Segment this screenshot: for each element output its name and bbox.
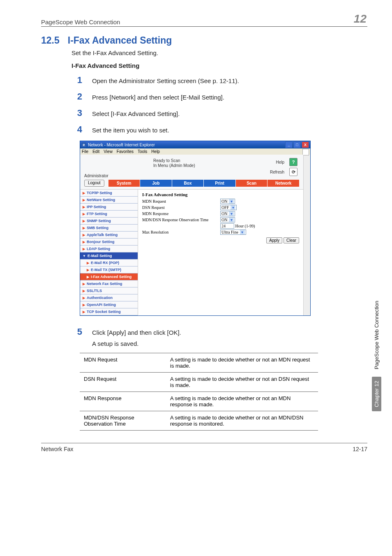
sidebar-item-label: SSL/TLS — [87, 289, 102, 293]
sidebar-item-label: Network Fax Setting — [87, 282, 122, 286]
menu-view[interactable]: View — [104, 149, 113, 154]
minimize-button[interactable]: _ — [285, 141, 293, 148]
mdn-request-select[interactable]: ON▾ — [220, 199, 235, 204]
help-button[interactable]: ? — [289, 158, 297, 166]
ie-throbber-icon — [302, 149, 309, 155]
max-resolution-label: Max Resolution — [142, 230, 220, 234]
tab-job[interactable]: Job — [140, 180, 172, 187]
sidebar-item-email-tx[interactable]: ▶E-Mail TX (SMTP) — [80, 266, 138, 273]
triangle-icon: ▶ — [83, 191, 85, 195]
sidebar-item-ftp[interactable]: ▶FTP Setting — [80, 211, 138, 218]
sidebar-item-tcpip[interactable]: ▶TCP/IP Setting — [80, 190, 138, 197]
triangle-icon: ▶ — [83, 212, 85, 216]
setting-desc: A setting is made to decide whether or n… — [166, 373, 318, 392]
triangle-icon: ▶ — [83, 310, 85, 314]
triangle-icon: ▶ — [83, 205, 85, 209]
tab-system[interactable]: System — [108, 180, 140, 187]
apply-button[interactable]: Apply — [266, 237, 282, 243]
step-5-text: Click [Apply] and then click [OK]. — [92, 329, 181, 336]
setting-name: MDN Request — [80, 353, 166, 373]
sidebar-item-label: I-Fax Advanced Setting — [91, 275, 131, 279]
content-pane: I-Fax Advanced Setting MDN Request ON▾ D… — [138, 190, 303, 315]
header-title: PageScope Web Connection — [41, 19, 120, 25]
menu-help[interactable]: Help — [151, 149, 160, 154]
hour-input[interactable]: 24 — [220, 223, 234, 229]
tab-scan[interactable]: Scan — [235, 180, 267, 187]
sidebar-item-label: Authentication — [87, 296, 113, 300]
maximize-button[interactable]: □ — [293, 141, 301, 148]
form-title: I-Fax Advanced Setting — [142, 192, 299, 197]
sidebar-item-ldap[interactable]: ▶LDAP Setting — [80, 246, 138, 253]
sidebar-item-email[interactable]: ▼E-Mail Setting — [80, 253, 138, 259]
triangle-icon: ▶ — [83, 198, 85, 202]
step-3-number: 3 — [66, 108, 82, 118]
sidebar-item-label: TCP/IP Setting — [87, 191, 112, 195]
tab-print[interactable]: Print — [203, 180, 235, 187]
sidebar-item-auth[interactable]: ▶Authentication — [80, 294, 138, 301]
select-value: ON — [221, 218, 227, 222]
step-4-number: 4 — [66, 124, 82, 135]
dsn-request-select[interactable]: OFF▾ — [220, 205, 237, 210]
menu-favorites[interactable]: Favorites — [117, 149, 134, 154]
admin-label: Administrator — [84, 174, 108, 178]
step-4-text: Set the item you wish to set. — [92, 127, 367, 134]
app-header: Ready to Scan In Menu (Admin Mode) Help?… — [80, 155, 303, 189]
sidebar-item-label: FTP Setting — [87, 212, 107, 216]
select-value: ON — [221, 211, 227, 216]
side-tab: Chapter 12 PageScope Web Connection — [372, 301, 381, 411]
clear-button[interactable]: Clear — [284, 237, 299, 243]
menubar: File Edit View Favorites Tools Help — [80, 148, 310, 155]
observation-time-select[interactable]: ON▾ — [220, 217, 235, 222]
max-resolution-select[interactable]: Ultra Fine▾ — [220, 229, 246, 235]
footer-left: Network Fax — [41, 446, 74, 452]
select-value: Ultra Fine — [221, 230, 238, 234]
browser-window: e Network - Microsoft Internet Explorer … — [80, 141, 311, 316]
refresh-label: Refresh — [270, 170, 284, 174]
triangle-icon: ▶ — [87, 261, 89, 265]
ie-logo-icon: e — [81, 142, 86, 147]
menu-edit[interactable]: Edit — [92, 149, 99, 154]
sidebar-item-appletalk[interactable]: ▶AppleTalk Setting — [80, 232, 138, 239]
sidebar-item-bonjour[interactable]: ▶Bonjour Setting — [80, 239, 138, 246]
mdn-response-select[interactable]: ON▾ — [220, 211, 235, 216]
scrollbar[interactable] — [303, 155, 310, 315]
sidebar-item-smb[interactable]: ▶SMB Setting — [80, 225, 138, 232]
refresh-button[interactable]: ⟳ — [289, 168, 297, 176]
triangle-icon: ▶ — [83, 240, 85, 244]
status-mode: In Menu (Admin Mode) — [153, 163, 195, 168]
chevron-down-icon: ▾ — [229, 218, 234, 222]
step-2-number: 2 — [66, 91, 82, 102]
titlebar: e Network - Microsoft Internet Explorer … — [80, 141, 310, 148]
subheading: I-Fax Advanced Setting — [71, 62, 367, 69]
triangle-icon: ▶ — [87, 268, 89, 272]
sidebar-item-openapi[interactable]: ▶OpenAPI Setting — [80, 301, 138, 308]
sidebar: ▶TCP/IP Setting ▶NetWare Setting ▶IPP Se… — [80, 190, 138, 315]
menu-file[interactable]: File — [82, 149, 88, 154]
triangle-icon: ▶ — [83, 219, 85, 223]
chevron-down-icon: ▾ — [240, 230, 245, 234]
chevron-down-icon: ▾ — [229, 211, 234, 216]
mdn-response-label: MDN Response — [142, 211, 220, 216]
sidebar-item-netware[interactable]: ▶NetWare Setting — [80, 197, 138, 204]
select-value: OFF — [221, 205, 229, 210]
tab-network[interactable]: Network — [267, 180, 299, 187]
sidebar-item-netfax[interactable]: ▶Network Fax Setting — [80, 280, 138, 287]
table-row: MDN RequestA setting is made to decide w… — [80, 353, 318, 373]
triangle-down-icon: ▼ — [83, 254, 86, 258]
menu-tools[interactable]: Tools — [138, 149, 147, 154]
sidebar-item-label: Bonjour Setting — [87, 240, 115, 244]
sidebar-item-ifax-advanced[interactable]: ▶I-Fax Advanced Setting — [80, 273, 138, 280]
triangle-icon: ▶ — [87, 275, 89, 279]
sidebar-item-email-rx[interactable]: ▶E-Mail RX (POP) — [80, 259, 138, 266]
tab-box[interactable]: Box — [172, 180, 204, 187]
logout-button[interactable]: Logout — [84, 180, 104, 187]
setting-name: DSN Request — [80, 373, 166, 392]
close-button[interactable]: X — [302, 141, 309, 148]
setting-desc: A setting is made to decide whether or n… — [166, 392, 318, 411]
sidebar-item-snmp[interactable]: ▶SNMP Setting — [80, 218, 138, 225]
sidebar-item-label: LDAP Setting — [87, 247, 110, 251]
sidebar-item-ipp[interactable]: ▶IPP Setting — [80, 204, 138, 211]
section-title: I-Fax Advanced Setting — [68, 35, 172, 46]
sidebar-item-tcpsocket[interactable]: ▶TCP Socket Setting — [80, 308, 138, 315]
sidebar-item-ssl[interactable]: ▶SSL/TLS — [80, 287, 138, 294]
